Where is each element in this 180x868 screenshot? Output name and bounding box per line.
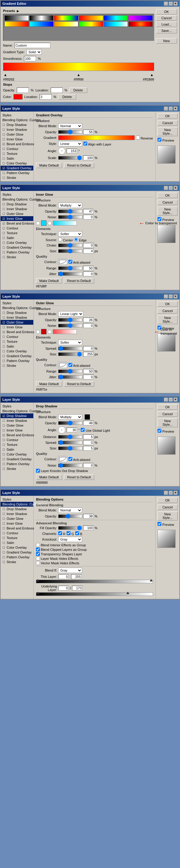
minimize-btn-2[interactable]: _: [164, 106, 168, 111]
bo-this-layer-right[interactable]: [71, 574, 82, 579]
ds-distance-slider[interactable]: [58, 435, 82, 439]
angle-input[interactable]: [67, 149, 77, 153]
sidebar-bo-contour[interactable]: Contour: [1, 531, 33, 535]
preview-checkbox-ds[interactable]: [157, 429, 161, 433]
sidebar-blending[interactable]: Blending Options: Custom: [1, 118, 33, 122]
preset-6[interactable]: [129, 16, 153, 21]
sidebar-ds-stroke[interactable]: Stroke: [1, 466, 33, 471]
bo-underlying-right[interactable]: [72, 586, 82, 590]
close-btn-5[interactable]: ✕: [173, 398, 178, 402]
maximize-btn[interactable]: □: [169, 1, 173, 6]
ok-btn-bo[interactable]: OK: [157, 498, 178, 503]
og-contour-preview[interactable]: [58, 362, 67, 368]
minimize-btn-4[interactable]: _: [164, 294, 168, 299]
og-size-input[interactable]: [83, 352, 94, 356]
new-style-btn-ig[interactable]: New Style...: [157, 207, 178, 216]
og-noise-input[interactable]: [83, 323, 94, 328]
sidebar-satin[interactable]: Satin: [1, 156, 33, 161]
og-gradient-bar[interactable]: [53, 329, 77, 334]
new-style-btn-bo[interactable]: New Style...: [157, 512, 178, 521]
new-style-btn-og[interactable]: New Style...: [157, 315, 178, 324]
sidebar-ig-color-overlay[interactable]: Color Overlay: [1, 240, 33, 245]
sidebar-ig-inner-shadow[interactable]: Inner Shadow: [1, 207, 33, 211]
preset-12[interactable]: [129, 21, 153, 27]
preview-checkbox-bo[interactable]: [157, 522, 161, 526]
ig-technique-select[interactable]: Softer: [58, 231, 82, 237]
sidebar-og-stroke[interactable]: Stroke: [1, 363, 33, 368]
load-btn[interactable]: Load...: [156, 22, 177, 27]
sidebar-bo-color-overlay[interactable]: Color Overlay: [1, 545, 33, 550]
bo-blend-select[interactable]: Normal: [58, 507, 82, 513]
sidebar-ig-styles[interactable]: Styles: [1, 192, 33, 197]
ok-btn-og[interactable]: OK: [157, 301, 178, 307]
preset-4[interactable]: [79, 16, 103, 21]
sidebar-ds-gradient-overlay[interactable]: Gradient Overlay: [1, 457, 33, 462]
sidebar-og-styles[interactable]: Styles: [1, 301, 33, 306]
ds-contour-preview[interactable]: [58, 456, 67, 462]
bo-opacity-input[interactable]: [83, 514, 94, 519]
og-make-default-btn[interactable]: Make Default: [36, 381, 62, 386]
handle-left-under[interactable]: [36, 592, 39, 594]
sidebar-bo-blending[interactable]: Blending Options: Custom: [1, 502, 33, 506]
ig-edge-radio[interactable]: [74, 238, 78, 241]
og-opacity-input[interactable]: [83, 317, 94, 322]
stop-right[interactable]: ▲: [150, 73, 154, 77]
bo-fill-input[interactable]: [83, 526, 94, 530]
sidebar-og-inner-shadow[interactable]: Inner Shadow: [1, 315, 33, 320]
ig-size-input[interactable]: [83, 249, 94, 253]
sidebar-inner-glow[interactable]: Inner Glow: [1, 137, 33, 142]
sidebar-bo-inner-glow[interactable]: Inner Glow: [1, 521, 33, 526]
preset-7[interactable]: [4, 21, 29, 27]
gradient-type-select[interactable]: Solid: [26, 49, 42, 55]
sidebar-ds-contour[interactable]: Contour: [1, 437, 33, 442]
reset-btn[interactable]: Reset to Default: [64, 163, 94, 168]
minimize-btn-5[interactable]: _: [164, 398, 168, 402]
ig-choke-input[interactable]: [83, 243, 94, 248]
og-opacity-slider[interactable]: [58, 318, 82, 322]
sidebar-bo-styles[interactable]: Styles: [1, 497, 33, 502]
opacity-slider[interactable]: [58, 130, 82, 134]
sidebar-og-outer-glow[interactable]: Outer Glow: [1, 320, 33, 325]
og-size-slider[interactable]: [58, 352, 82, 356]
sidebar-bo-gradient-overlay[interactable]: Gradient Overlay: [1, 550, 33, 555]
bo-transparency-checkbox[interactable]: [36, 552, 40, 556]
handle-right-this[interactable]: [150, 579, 153, 582]
sidebar-og-drop-shadow[interactable]: Drop Shadow: [1, 310, 33, 315]
sidebar-texture[interactable]: Texture: [1, 151, 33, 156]
ig-reset-btn[interactable]: Reset to Default: [64, 278, 94, 283]
sidebar-og-blending[interactable]: Blending Options: Custom: [1, 306, 33, 310]
sidebar-ig-inner-glow[interactable]: Inner Glow: [1, 216, 33, 221]
sidebar-ig-blending[interactable]: Blending Options: Custom: [1, 197, 33, 202]
og-color-swatch[interactable]: [41, 329, 46, 334]
close-btn-2[interactable]: ✕: [173, 106, 178, 111]
og-solid-radio[interactable]: [36, 330, 40, 334]
ig-jitter-slider[interactable]: [58, 272, 82, 276]
maximize-btn-5[interactable]: □: [169, 398, 173, 402]
ds-reset-btn[interactable]: Reset to Default: [64, 474, 94, 480]
sidebar-ds-blending[interactable]: Blending Options: Custom: [1, 409, 33, 413]
cancel-btn-bo[interactable]: Cancel: [157, 504, 178, 510]
sidebar-bo-drop-shadow[interactable]: Drop Shadow: [1, 506, 33, 512]
cancel-btn-og[interactable]: Cancel: [157, 308, 178, 314]
ig-opacity-slider[interactable]: [58, 210, 82, 213]
bo-underlying-slider[interactable]: [36, 592, 153, 596]
cancel-btn-ig[interactable]: Cancel: [157, 199, 178, 205]
save-btn[interactable]: Save...: [156, 28, 177, 33]
sidebar-ig-satin[interactable]: Satin: [1, 236, 33, 240]
og-spread-input[interactable]: [83, 346, 94, 351]
ge-presets-area[interactable]: [3, 14, 154, 41]
name-input[interactable]: [14, 43, 50, 48]
preview-checkbox-gradient[interactable]: [157, 138, 161, 142]
sidebar-styles[interactable]: Styles: [1, 113, 33, 118]
preset-8[interactable]: [29, 21, 54, 27]
sidebar-ds-outer-glow[interactable]: Outer Glow: [1, 423, 33, 428]
cancel-btn-ds[interactable]: Cancel: [157, 411, 178, 417]
sidebar-ds-inner-glow[interactable]: Inner Glow: [1, 428, 33, 433]
smoothness-input[interactable]: [24, 56, 36, 61]
sidebar-ds-styles[interactable]: Styles: [1, 404, 33, 409]
ig-make-default-btn[interactable]: Make Default: [36, 278, 62, 283]
minimize-btn-6[interactable]: _: [164, 491, 168, 495]
maximize-btn-4[interactable]: □: [169, 294, 173, 299]
ds-anti-alias-checkbox[interactable]: [68, 457, 72, 461]
bo-blend-if-select[interactable]: Gray: [58, 568, 82, 573]
